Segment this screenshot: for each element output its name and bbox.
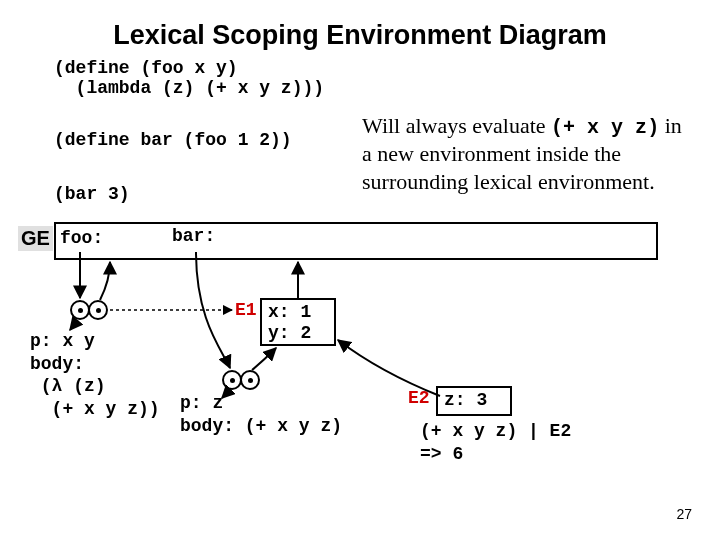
- ge-bar-slot: bar:: [172, 226, 215, 246]
- e1-frame: x: 1 y: 2: [260, 298, 336, 346]
- proc-foo-body: p: x y body: (λ (z) (+ x y z)): [30, 330, 160, 420]
- code-define-bar: (define bar (foo 1 2)): [54, 130, 292, 150]
- proc-lambda-code-ptr: [222, 370, 242, 390]
- e1-label: E1: [235, 300, 257, 320]
- proc-foo-code-ptr: [70, 300, 90, 320]
- commentary-pre: Will always evaluate: [362, 113, 551, 138]
- ge-label: GE: [18, 226, 53, 251]
- proc-foo-pair: [70, 300, 108, 320]
- proc-lambda-pair: [222, 370, 260, 390]
- proc-lambda-body: p: z body: (+ x y z): [180, 392, 342, 437]
- eval-result: (+ x y z) | E2 => 6: [420, 420, 571, 465]
- proc-lambda-env-ptr: [240, 370, 260, 390]
- page-title: Lexical Scoping Environment Diagram: [0, 20, 720, 51]
- ge-foo-slot: foo:: [60, 228, 103, 248]
- code-define-foo: (define (foo x y) (lambda (z) (+ x y z))…: [54, 58, 324, 98]
- e2-frame: z: 3: [436, 386, 512, 416]
- proc-foo-env-ptr: [88, 300, 108, 320]
- commentary-code: (+ x y z): [551, 116, 659, 139]
- page-number: 27: [676, 506, 692, 522]
- code-call-bar: (bar 3): [54, 184, 130, 204]
- ge-frame: [54, 222, 658, 260]
- e2-label: E2: [408, 388, 430, 408]
- commentary-block: Will always evaluate (+ x y z) in a new …: [362, 112, 692, 195]
